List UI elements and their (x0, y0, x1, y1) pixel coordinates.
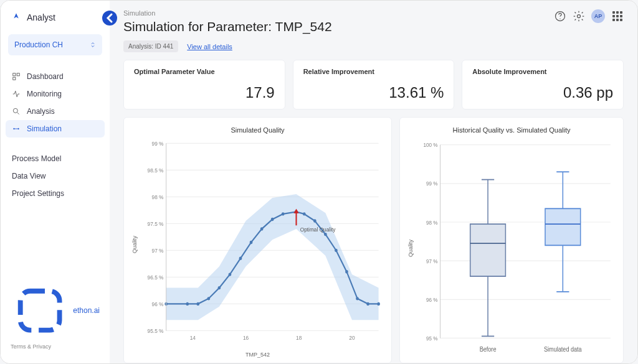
user-avatar[interactable]: AP (591, 9, 605, 23)
svg-text:Optimal Quality: Optimal Quality (300, 226, 336, 233)
nav-item-monitoring[interactable]: Monitoring (6, 85, 105, 103)
nav-label: Process Model (12, 154, 61, 163)
svg-text:20: 20 (349, 334, 355, 341)
monitoring-icon (12, 90, 21, 98)
kpi-label: Relative Improvement (303, 68, 444, 75)
nav-label: Monitoring (27, 90, 62, 98)
svg-text:Simulated data: Simulated data (544, 346, 582, 353)
nav-label: Data View (12, 172, 45, 180)
apps-icon[interactable] (611, 10, 624, 22)
svg-point-48 (366, 302, 369, 306)
nav-item-data-view[interactable]: Data View (6, 167, 105, 185)
svg-text:100 %: 100 % (423, 142, 437, 149)
nav-item-process-model[interactable]: Process Model (6, 150, 105, 167)
terms-link[interactable]: Terms & Privacy (11, 343, 100, 350)
help-icon[interactable] (554, 10, 566, 22)
svg-text:98 %: 98 % (152, 194, 164, 200)
svg-point-36 (239, 257, 242, 260)
header-left: Simulation Simulation for Parameter: TMP… (123, 9, 332, 40)
svg-text:95 %: 95 % (426, 335, 438, 342)
search-icon (12, 107, 21, 116)
simulation-icon (12, 124, 21, 133)
svg-point-42 (303, 212, 306, 215)
x-axis-label: TMP_542 (130, 350, 385, 358)
svg-point-32 (197, 302, 200, 306)
kpi-value: 0.36 pp (472, 84, 613, 101)
svg-rect-2 (13, 77, 16, 80)
svg-rect-70 (470, 224, 506, 276)
chart-row: Simulated Quality Quality 95.5 %96 %96.5… (123, 117, 624, 363)
svg-text:14: 14 (190, 334, 196, 341)
svg-text:Before: Before (480, 346, 497, 353)
kpi-card-relative-improvement: Relative Improvement 13.61 % (293, 60, 455, 110)
svg-text:98.5 %: 98.5 % (148, 167, 164, 174)
chart-title: Historical Quality vs. Simulated Quality (406, 126, 617, 134)
nav-label: Project Settings (12, 189, 64, 198)
sidebar-footer: ethon.ai Terms & Privacy (1, 274, 110, 357)
svg-rect-1 (17, 73, 19, 76)
svg-point-4 (13, 128, 14, 129)
brand: Analyst (1, 12, 110, 34)
main-content: Simulation Simulation for Parameter: TMP… (110, 1, 637, 363)
analysis-id-badge: Analysis: ID 441 (123, 40, 178, 52)
svg-point-46 (345, 270, 348, 273)
svg-rect-6 (21, 291, 60, 330)
svg-point-9 (578, 15, 581, 18)
nav-item-dashboard[interactable]: Dashboard (6, 68, 105, 85)
svg-point-38 (260, 227, 264, 230)
svg-rect-77 (545, 208, 581, 245)
svg-point-37 (250, 241, 253, 244)
company-logo[interactable]: ethon.ai (11, 281, 100, 340)
kpi-card-optimal-value: Optimal Parameter Value 17.9 (123, 60, 285, 110)
project-selector[interactable]: Production CH (8, 34, 102, 55)
nav-label: Simulation (27, 124, 62, 133)
chart-simulated-quality: Simulated Quality Quality 95.5 %96 %96.5… (123, 117, 392, 363)
company-name: ethon.ai (73, 306, 100, 315)
plot-area: 95 %96 %97 %98 %99 %100 %BeforeSimulated… (415, 139, 617, 358)
collapse-sidebar-button[interactable] (102, 11, 117, 26)
svg-point-43 (313, 219, 317, 222)
svg-point-34 (218, 286, 221, 289)
svg-point-35 (229, 273, 232, 276)
settings-icon[interactable] (573, 10, 585, 22)
svg-text:96 %: 96 % (426, 296, 438, 303)
svg-text:18: 18 (296, 334, 302, 341)
nav-secondary: Process Model Data View Project Settings (1, 147, 110, 205)
page-title: Simulation for Parameter: TMP_542 (123, 19, 332, 34)
subheader: Analysis: ID 441 View all details (123, 40, 624, 52)
kpi-label: Absolute Improvement (472, 68, 613, 75)
brand-name: Analyst (27, 12, 55, 22)
nav-primary: Dashboard Monitoring Analysis Simulation (1, 65, 110, 140)
breadcrumb: Simulation (123, 9, 332, 17)
kpi-card-absolute-improvement: Absolute Improvement 0.36 pp (462, 60, 624, 110)
kpi-value: 17.9 (134, 84, 275, 101)
sidebar: Analyst Production CH Dashboard Monitori… (1, 1, 110, 363)
chevron-up-down-icon (90, 39, 96, 50)
chart-historical-vs-simulated: Historical Quality vs. Simulated Quality… (399, 117, 624, 363)
kpi-label: Optimal Parameter Value (134, 68, 275, 75)
svg-point-44 (324, 233, 327, 236)
svg-point-45 (335, 249, 338, 252)
svg-text:96 %: 96 % (152, 301, 164, 307)
y-axis-label: Quality (406, 139, 415, 358)
nav-item-simulation[interactable]: Simulation (6, 120, 105, 138)
svg-point-40 (282, 212, 285, 215)
nav-label: Dashboard (27, 72, 64, 81)
nav-item-analysis[interactable]: Analysis (6, 103, 105, 120)
svg-point-8 (559, 19, 560, 19)
nav-label: Analysis (27, 107, 55, 116)
svg-text:99 %: 99 % (426, 180, 438, 187)
project-selector-label: Production CH (14, 40, 63, 49)
svg-point-5 (17, 128, 19, 129)
svg-point-31 (186, 302, 189, 306)
kpi-value: 13.61 % (303, 84, 444, 101)
svg-point-49 (377, 302, 380, 306)
ethon-icon (11, 281, 69, 340)
dashboard-icon (12, 72, 21, 81)
svg-text:99 %: 99 % (152, 140, 164, 147)
svg-text:96.5 %: 96.5 % (148, 274, 164, 281)
chart-title: Simulated Quality (130, 126, 385, 134)
view-all-details-link[interactable]: View all details (187, 43, 232, 50)
svg-text:97.5 %: 97.5 % (148, 220, 164, 227)
nav-item-project-settings[interactable]: Project Settings (6, 185, 105, 202)
